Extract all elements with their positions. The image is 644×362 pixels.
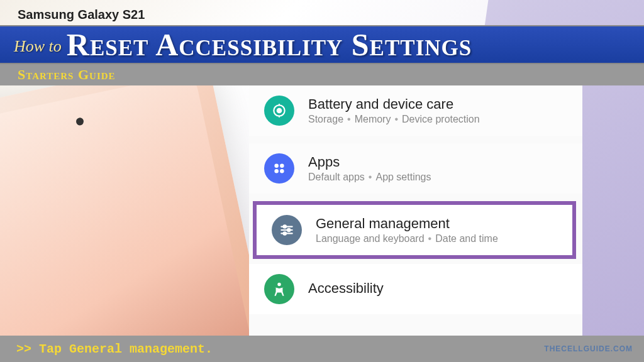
highlighted-item-box: General management Language and keyboard… [253,201,576,259]
svg-point-12 [277,283,280,286]
svg-point-4 [274,169,279,173]
settings-item-battery[interactable]: Battery and device care Storage•Memory•D… [249,85,582,136]
instruction-bar: >> Tap General management. THECELLGUIDE.… [0,336,644,362]
subtitle-bar: Starters Guide [0,64,644,85]
settings-text: Apps Default apps•App settings [308,154,567,183]
svg-point-7 [284,225,286,228]
apps-icon [264,153,294,184]
main-title: Reset Accessibility Settings [67,26,472,63]
svg-point-2 [274,163,279,168]
phone-camera-dot [75,117,84,126]
watermark-label: THECELLGUIDE.COM [544,344,633,353]
background-phone-left [0,53,278,362]
settings-item-title: Accessibility [308,280,567,297]
settings-item-subtitle: Storage•Memory•Device protection [308,114,567,125]
svg-point-11 [284,232,286,234]
settings-item-accessibility[interactable]: Accessibility [249,264,582,314]
settings-text: General management Language and keyboard… [316,216,557,244]
battery-care-icon [264,96,294,126]
settings-item-title: Battery and device care [308,96,567,112]
general-management-icon [272,215,302,245]
settings-item-title: General management [316,216,557,232]
settings-text: Accessibility [308,280,567,298]
instruction-text: >> Tap General management. [16,342,213,356]
svg-point-9 [287,229,290,231]
svg-point-5 [280,169,284,173]
settings-list-panel: Battery and device care Storage•Memory•D… [249,63,582,339]
settings-item-subtitle: Default apps•App settings [308,172,567,183]
title-bar: How to Reset Accessibility Settings [0,25,644,64]
settings-item-subtitle: Language and keyboard•Date and time [316,233,557,244]
settings-item-general-management[interactable]: General management Language and keyboard… [257,205,572,255]
svg-point-3 [280,163,284,168]
settings-item-apps[interactable]: Apps Default apps•App settings [249,143,582,194]
settings-item-title: Apps [308,154,567,170]
subtitle-label: Starters Guide [18,67,116,83]
device-name-label: Samsung Galaxy S21 [18,8,145,22]
svg-point-1 [277,109,282,113]
howto-label: How to [14,33,62,56]
settings-text: Battery and device care Storage•Memory•D… [308,96,567,125]
accessibility-icon [264,274,294,304]
